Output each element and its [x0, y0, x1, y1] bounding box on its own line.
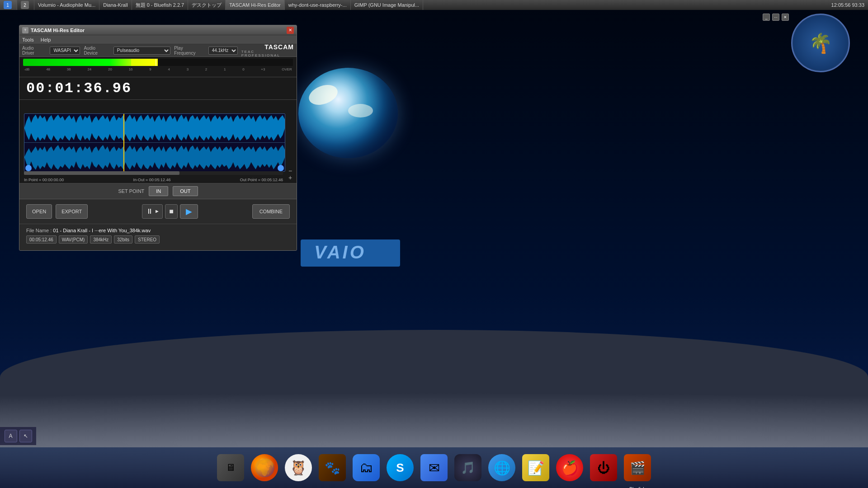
- vu-meter-bar: [23, 59, 293, 66]
- text-tool-btn[interactable]: A: [5, 430, 17, 442]
- set-point-label: SET POINT: [118, 188, 144, 194]
- taskbar-volumio[interactable]: Volumio - Audiophile Mu...: [34, 0, 99, 10]
- taskbar-tascam[interactable]: TASCAM Hi-Res Editor: [226, 0, 284, 10]
- vu-tick: 24: [87, 67, 91, 71]
- audio-device-label: Audio Device: [84, 46, 109, 56]
- menu-tools[interactable]: Tools: [22, 37, 34, 42]
- transport-area: OPEN EXPORT ⏸ ▶ ■ ▶ COMBINE: [19, 199, 297, 224]
- set-out-btn[interactable]: OUT: [173, 186, 198, 196]
- menu-help[interactable]: Help: [41, 37, 51, 42]
- time-display-area: 00:01:36.96: [19, 77, 297, 100]
- export-btn[interactable]: EXPORT: [56, 204, 88, 219]
- vu-tick: 20: [108, 67, 112, 71]
- dock-item-firefox[interactable]: 🌍: [249, 452, 280, 483]
- vu-tick: +3: [261, 67, 265, 71]
- dock-item-desktop-manager[interactable]: 🖥: [215, 452, 246, 483]
- play-freq-select[interactable]: 44.1kHz: [208, 47, 238, 55]
- out-point-handle[interactable]: [278, 165, 284, 171]
- avatar-close-btn[interactable]: ✕: [782, 14, 789, 21]
- waveform-container[interactable]: // This will be generated inline: [24, 113, 285, 172]
- vu-tick: 48: [46, 67, 50, 71]
- dock-item-owl[interactable]: 🦉: [283, 452, 314, 483]
- audio-driver-label: Audio Driver: [22, 46, 46, 56]
- vu-tick: 36: [67, 67, 71, 71]
- set-in-btn[interactable]: IN: [149, 186, 168, 196]
- dock-item-mail[interactable]: ✉: [418, 452, 450, 483]
- tascam-titlebar[interactable]: T TASCAM Hi-Res Editor ✕: [19, 25, 297, 35]
- dock-item-gimp[interactable]: 🐾: [316, 452, 348, 483]
- file-name-value: 01 - Diana Krall - I ···ere With You_384…: [53, 228, 151, 233]
- tascam-menubar: Tools Help: [19, 35, 297, 44]
- vu-tick: OVER: [282, 67, 292, 71]
- taskbar-desktop[interactable]: デスクトップ: [188, 0, 226, 10]
- audio-controls-bar: Audio Driver WASAPI Audio Device Pulseau…: [19, 44, 297, 57]
- play-pause-btn[interactable]: ⏸ ▶: [142, 204, 163, 219]
- tascam-title: TASCAM Hi-Res Editor: [31, 28, 287, 33]
- audio-driver-select[interactable]: WASAPI: [50, 47, 80, 55]
- dock-item-notes[interactable]: 📝: [520, 452, 552, 483]
- play-freq-label: Play Frequency: [174, 46, 204, 56]
- taskbar-workspace-2[interactable]: 2: [17, 0, 34, 10]
- tascam-window-icon: T: [22, 27, 28, 33]
- taskbar-time: 12:05:56 93:33: [831, 2, 868, 8]
- taskbar-raspberry[interactable]: why-dont-use-raspberry-...: [285, 0, 351, 10]
- taskbar-top: 1 2 Volumio - Audiophile Mu... Diana-Kra…: [0, 0, 868, 10]
- waveform-channel-bottom: [24, 143, 285, 172]
- file-info-area: File Name : 01 - Diana Krall - I ···ere …: [19, 224, 297, 251]
- earth-image: [298, 68, 398, 158]
- vu-tick: 2: [205, 67, 207, 71]
- tascam-close-btn[interactable]: ✕: [287, 27, 294, 34]
- vu-tick: 4: [168, 67, 170, 71]
- dock-item-bluefish[interactable]: 🎬 Bluefish: [622, 452, 653, 483]
- tascam-logo-text: TASCAM: [264, 44, 294, 50]
- file-name-label: File Name :: [26, 228, 52, 233]
- vu-tick: 9: [149, 67, 151, 71]
- taskbar-workspace-1[interactable]: 1: [0, 0, 17, 10]
- io-labels: In Point = 00:00:00.00 In-Out = 00:05:12…: [24, 178, 283, 182]
- file-channels-tag: STEREO: [135, 235, 160, 244]
- dock-item-skype[interactable]: S: [384, 452, 416, 483]
- taskbar-diana-krall[interactable]: Diana-Krall: [99, 0, 132, 10]
- taskbar-gimp[interactable]: GIMP (GNU Image Manipul...: [351, 0, 423, 10]
- combine-btn[interactable]: COMBINE: [252, 204, 290, 219]
- dock-item-fruit[interactable]: 🍎: [554, 452, 585, 483]
- dock-item-finder[interactable]: 🗂: [350, 452, 382, 483]
- vu-scale: -dB 48 36 24 20 16 9 4 3 2 1 0 +3 OVER: [23, 67, 293, 71]
- avatar-widget: 🌴: [791, 14, 850, 72]
- zoom-plus-btn[interactable]: +: [286, 174, 294, 181]
- dock-item-itunes[interactable]: 🎵: [452, 452, 484, 483]
- dock-item-power[interactable]: ⏻: [588, 452, 619, 483]
- vaio-text: VAIO: [310, 241, 391, 265]
- vaio-logo: VAIO: [301, 239, 400, 267]
- avatar-controls[interactable]: _ ··· ✕: [763, 14, 789, 21]
- file-samplerate-tag: 384kHz: [90, 235, 112, 244]
- play-btn[interactable]: ▶: [180, 204, 198, 219]
- waveform-scrollbar[interactable]: [24, 171, 283, 175]
- avatar-minimize-btn[interactable]: _: [763, 14, 770, 21]
- in-out-label: In-Out = 00:05:12.46: [133, 178, 171, 182]
- open-btn[interactable]: OPEN: [26, 204, 52, 219]
- set-point-area: SET POINT IN OUT: [19, 183, 297, 199]
- vu-tick: 1: [224, 67, 226, 71]
- avatar-inner: 🌴: [793, 16, 848, 70]
- cursor-tool-btn[interactable]: ↖: [19, 430, 32, 442]
- dock: 🖥 🌍 🦉 🐾 🗂 S: [0, 447, 868, 488]
- file-name-line: File Name : 01 - Diana Krall - I ···ere …: [26, 228, 290, 233]
- file-bitdepth-tag: 32bits: [114, 235, 132, 244]
- avatar-dots-btn[interactable]: ···: [772, 14, 779, 21]
- stop-btn[interactable]: ■: [165, 204, 178, 219]
- vu-tick: -dB: [24, 67, 29, 71]
- vu-tick: 16: [129, 67, 133, 71]
- workspace-1-num: 1: [4, 1, 12, 9]
- taskbar-bluefish[interactable]: 無題 0 - Bluefish 2.2.7: [132, 0, 189, 10]
- waveform-area[interactable]: // This will be generated inline: [19, 100, 297, 183]
- zoom-minus-btn[interactable]: −: [286, 168, 294, 174]
- svg-text:VAIO: VAIO: [314, 242, 366, 262]
- dock-item-globe[interactable]: 🌐: [486, 452, 518, 483]
- tascam-logo: TASCAM TEAC PROFESSIONAL: [241, 44, 294, 57]
- audio-device-select[interactable]: Pulseaudio: [113, 47, 170, 55]
- waveform-channel-top: // This will be generated inline: [24, 114, 285, 143]
- desktop: VAIO 🌴 _ ··· ✕ 1 2 Volumio - Audiophile …: [0, 0, 868, 488]
- file-tags: 00:05:12.46 WAV(PCM) 384kHz 32bits STERE…: [26, 235, 290, 244]
- in-point-handle[interactable]: [25, 165, 32, 171]
